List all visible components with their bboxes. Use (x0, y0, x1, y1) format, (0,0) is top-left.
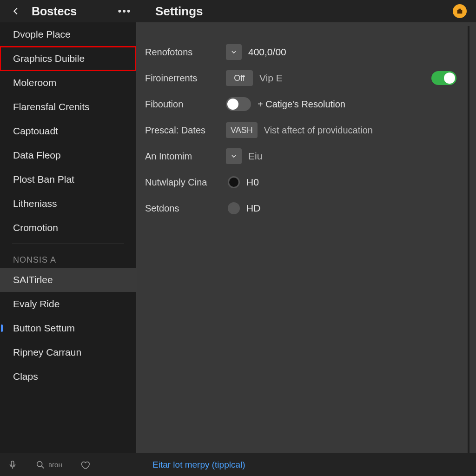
sidebar-item-flarensfal-crenits[interactable]: Flarensfal Crenits (0, 95, 136, 119)
sidebar-item-label: Litheniass (13, 198, 57, 209)
sidebar-item-label: Plost Ban Plat (13, 174, 74, 185)
sidebar-item-litheniass[interactable]: Litheniass (0, 192, 136, 216)
topbar-left: Bostecs ••• (0, 4, 137, 19)
sidebar-item-captouadt[interactable]: Captouadt (0, 119, 136, 143)
sidebar-item-dvople-place[interactable]: Dvople Place (0, 22, 136, 46)
row-label: Prescal: Dates (145, 125, 226, 136)
body: Dvople Place Graphics Duibile Moleroom F… (0, 22, 476, 453)
footer-link[interactable]: Eitar lot merpy (tipplcal) (152, 460, 245, 469)
sidebar-item-button-settum[interactable]: Button Settum (0, 316, 136, 340)
row-control: H0 (226, 176, 468, 188)
row-fiboution: Fiboution + Catige's Resolution (145, 91, 468, 117)
sidebar-item-evaly-ride[interactable]: Evaly Ride (0, 292, 136, 316)
topbar: Bostecs ••• Settings (0, 0, 476, 22)
sidebar-item-label: Cromotion (13, 222, 58, 233)
row-control: Off Vip E (226, 70, 468, 86)
settings-form: Renofotons 400,0/00 Firoinerrents Off Vi… (137, 26, 469, 453)
sidebar-item-label: Claps (13, 371, 38, 382)
value-text: H0 (246, 177, 259, 188)
value-text: Eiu (248, 151, 262, 162)
topbar-right: Settings (137, 4, 476, 19)
sidebar-item-label: Dvople Place (13, 29, 71, 40)
row-renofotons: Renofotons 400,0/00 (145, 39, 468, 65)
sidebar-item-label: Ripney Carraun (13, 347, 81, 358)
sidebar-item-claps[interactable]: Claps (0, 364, 136, 389)
sidebar-item-saitirlee[interactable]: SAITirlee (0, 268, 136, 292)
sidebar-item-data-fleop[interactable]: Data Fleop (0, 143, 136, 167)
toggle-wrap (431, 71, 456, 85)
sidebar-item-ripney-carraun[interactable]: Ripney Carraun (0, 340, 136, 364)
avatar[interactable] (453, 4, 467, 18)
row-nutwlaply-cina: Nutwlaply Cina H0 (145, 169, 468, 195)
switch-firoinerrents[interactable] (431, 71, 456, 85)
row-prescal-dates: Prescal: Dates VASH Vist aftect of provi… (145, 117, 468, 143)
sidebar-item-label: Evaly Ride (13, 298, 60, 310)
mic-icon[interactable] (7, 460, 18, 470)
sidebar-item-label: SAITirlee (13, 274, 53, 285)
dropdown-an-intomim[interactable] (226, 148, 242, 164)
row-label: Fiboution (145, 99, 226, 110)
sidebar-item-plost-ban-plat[interactable]: Plost Ban Plat (0, 167, 136, 192)
chevron-down-icon (230, 152, 238, 160)
row-control: VASH Vist aftect of providucation (226, 122, 468, 138)
pill-off[interactable]: Off (226, 70, 253, 86)
row-label: An Intomim (145, 151, 226, 162)
row-firoinerrents: Firoinerrents Off Vip E (145, 65, 468, 91)
sidebar-item-moleroom[interactable]: Moleroom (0, 71, 136, 95)
row-setdons: Setdons HD (145, 195, 468, 221)
bottombar: вгон Eitar lot merpy (tipplcal) (0, 453, 476, 476)
sidebar-group-label: NONSIS A (0, 246, 136, 268)
switch-thumb (227, 99, 238, 110)
switch-fiboution[interactable] (226, 97, 251, 111)
value-text: + Catige's Resolution (258, 99, 345, 110)
heart-icon[interactable] (80, 460, 90, 470)
svg-rect-0 (457, 10, 463, 13)
svg-rect-2 (11, 461, 14, 466)
sidebar-item-graphics-duibile[interactable]: Graphics Duibile (0, 46, 136, 71)
row-label: Nutwlaply Cina (145, 177, 226, 188)
active-indicator (1, 324, 3, 332)
row-an-intomim: An Intomim Eiu (145, 143, 468, 169)
value-text: HD (246, 203, 260, 214)
row-control: 400,0/00 (226, 44, 468, 60)
ellipsis-icon: ••• (118, 8, 131, 14)
more-button[interactable]: ••• (117, 4, 132, 19)
row-control: Eiu (226, 148, 468, 164)
page-title: Settings (155, 4, 453, 19)
row-control: + Catige's Resolution (226, 97, 468, 111)
avatar-icon (456, 7, 463, 15)
dropdown-renofotons[interactable] (226, 44, 242, 60)
sidebar: Dvople Place Graphics Duibile Moleroom F… (0, 22, 137, 453)
sidebar-item-label: Moleroom (13, 77, 56, 88)
svg-point-3 (37, 461, 42, 466)
value-text: Vist aftect of providucation (264, 125, 373, 136)
pill-vash[interactable]: VASH (226, 122, 258, 138)
divider (12, 244, 124, 244)
radio-hd[interactable] (228, 202, 240, 214)
search-icon[interactable]: вгон (35, 460, 62, 470)
main-panel: Renofotons 400,0/00 Firoinerrents Off Vi… (137, 22, 476, 453)
value-text: 400,0/00 (248, 46, 286, 58)
sidebar-item-cromotion[interactable]: Cromotion (0, 216, 136, 240)
radio-h0[interactable] (228, 176, 240, 188)
app-title: Bostecs (32, 5, 109, 18)
row-label: Setdons (145, 203, 226, 214)
sidebar-item-label: Button Settum (13, 323, 75, 334)
value-text: Vip E (259, 73, 283, 84)
sidebar-item-label: Graphics Duibile (13, 53, 85, 64)
sidebar-item-label: Captouadt (13, 126, 58, 137)
row-label: Renofotons (145, 47, 226, 58)
switch-thumb (444, 73, 455, 84)
svg-rect-1 (458, 9, 461, 10)
bottom-left: вгон (0, 460, 137, 470)
arrow-left-icon (11, 6, 21, 16)
row-control: HD (226, 202, 468, 214)
chevron-down-icon (230, 48, 238, 56)
sidebar-item-label: Data Fleop (13, 150, 61, 161)
back-button[interactable] (8, 4, 23, 19)
sidebar-item-label: Flarensfal Crenits (13, 101, 90, 112)
row-label: Firoinerrents (145, 73, 226, 84)
bottom-label: вгон (48, 461, 62, 469)
bottom-right: Eitar lot merpy (tipplcal) (137, 460, 476, 470)
